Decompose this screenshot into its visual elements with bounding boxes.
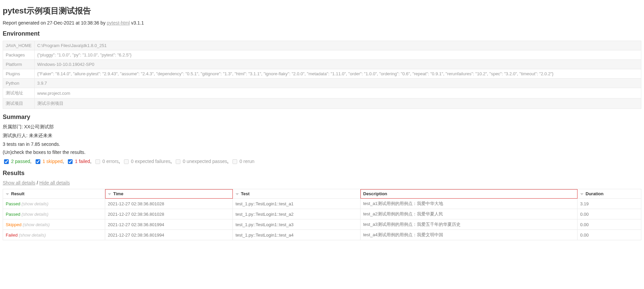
result-label: Passed xyxy=(6,201,22,206)
env-row: Packages{"pluggy": "1.0.0", "py": "1.10.… xyxy=(3,50,641,60)
env-value: 测试示例项目 xyxy=(34,98,641,109)
environment-table: JAVA_HOMEC:\Program Files\Java\jdk1.8.0_… xyxy=(3,41,641,109)
filter-errors: 0 errors, xyxy=(94,158,120,165)
filter-passed-checkbox[interactable] xyxy=(4,159,9,164)
generated-prefix: Report generated on xyxy=(3,20,47,26)
col-description-header[interactable]: Description xyxy=(360,189,577,199)
col-duration-label: Duration xyxy=(586,191,603,196)
filter-failed-label[interactable]: 1 failed xyxy=(75,159,90,164)
col-description-label: Description xyxy=(363,191,387,196)
result-label: Passed xyxy=(6,212,22,217)
filter-hint-line: (Un)check the boxes to filter the result… xyxy=(3,150,641,155)
test-cell: test_1.py::TestLogin1::test_a4 xyxy=(233,230,360,240)
time-cell: 2021-12-27 02:38:36.801994 xyxy=(105,230,233,240)
env-value: {"Faker": "8.14.0", "allure-pytest": "2.… xyxy=(34,69,641,79)
col-test-header[interactable]: Test xyxy=(233,189,360,199)
description-cell: test_a3测试用例的用例点：我爱五千年的华夏历史 xyxy=(360,219,577,230)
show-details-link[interactable]: (show details) xyxy=(19,233,46,238)
description-cell: test_a1测试用例的用例点：我爱中华大地 xyxy=(360,199,577,209)
env-row: JAVA_HOMEC:\Program Files\Java\jdk1.8.0_… xyxy=(3,41,641,50)
filter-failed-checkbox[interactable] xyxy=(68,159,73,164)
col-result-label: Result xyxy=(11,191,25,196)
page-title: pytest示例项目测试报告 xyxy=(3,5,641,16)
sort-icon xyxy=(108,193,111,195)
show-all-details-link[interactable]: Show all details xyxy=(3,180,35,185)
table-row: Failed (show details)2021-12-27 02:38:36… xyxy=(3,230,641,240)
filter-rerun-checkbox xyxy=(232,159,237,164)
pytest-html-link[interactable]: pytest-html xyxy=(107,20,130,26)
test-cell: test_1.py::TestLogin1::test_a1 xyxy=(233,199,360,209)
env-row: Python3.9.7 xyxy=(3,79,641,88)
department-line: 所属部门: XX公司测试部 xyxy=(3,124,641,130)
env-key: Python xyxy=(3,79,35,88)
filter-xfail-label: 0 expected failures xyxy=(131,159,171,164)
env-value: 3.9.7 xyxy=(34,79,641,88)
description-cell: test_a4测试用例的用例点：我爱文明中国 xyxy=(360,230,577,240)
env-key: Plugins xyxy=(3,69,35,79)
sort-icon xyxy=(6,193,9,195)
duration-cell: 3.19 xyxy=(577,199,641,209)
generated-by: by xyxy=(99,20,107,26)
generated-date: 27-Dec-2021 at 10:38:36 xyxy=(47,20,99,26)
filter-xpass: 0 unexpected passes, xyxy=(174,158,228,165)
test-cell: test_1.py::TestLogin1::test_a3 xyxy=(233,219,360,230)
result-cell: Failed (show details) xyxy=(3,230,105,240)
table-row: Skipped (show details)2021-12-27 02:38:3… xyxy=(3,219,641,230)
time-cell: 2021-12-27 02:38:36.801028 xyxy=(105,209,233,219)
table-row: Passed (show details)2021-12-27 02:38:36… xyxy=(3,209,641,219)
results-table: Result Time Test Description Duration Pa… xyxy=(3,189,641,240)
result-cell: Skipped (show details) xyxy=(3,219,105,230)
result-cell: Passed (show details) xyxy=(3,209,105,219)
filter-errors-checkbox xyxy=(95,159,100,164)
show-details-link[interactable]: (show details) xyxy=(22,212,48,217)
result-label: Failed xyxy=(6,233,19,238)
filter-xpass-checkbox xyxy=(176,159,180,164)
filter-xpass-label: 0 unexpected passes xyxy=(183,159,227,164)
show-details-link[interactable]: (show details) xyxy=(22,201,48,206)
filter-skipped-label[interactable]: 1 skipped xyxy=(42,159,62,164)
summary-heading: Summary xyxy=(3,114,641,121)
duration-cell: 0.00 xyxy=(577,219,641,230)
time-cell: 2021-12-27 02:38:36.801994 xyxy=(105,219,233,230)
link-separator: / xyxy=(35,180,39,185)
table-row: Passed (show details)2021-12-27 02:38:36… xyxy=(3,199,641,209)
description-cell: test_a2测试用例的用例点：我爱华夏人民 xyxy=(360,209,577,219)
filter-rerun: 0 rerun xyxy=(231,158,254,165)
report-generated-line: Report generated on 27-Dec-2021 at 10:38… xyxy=(3,20,641,26)
col-time-header[interactable]: Time xyxy=(105,189,233,199)
details-toggle-links: Show all details / Hide all details xyxy=(3,180,641,185)
filter-xfail: 0 expected failures, xyxy=(123,158,172,165)
env-value: {"pluggy": "1.0.0", "py": "1.10.0", "pyt… xyxy=(34,50,641,60)
executor-line: 测试执行人: 未来还未来 xyxy=(3,133,641,139)
col-duration-header[interactable]: Duration xyxy=(577,189,641,199)
env-key: Packages xyxy=(3,50,35,60)
show-details-link[interactable]: (show details) xyxy=(23,222,50,227)
filter-skipped: 1 skipped, xyxy=(34,158,64,165)
col-test-label: Test xyxy=(241,191,250,196)
env-value: Windows-10-10.0.19042-SP0 xyxy=(34,60,641,69)
sort-icon xyxy=(580,193,584,195)
filter-skipped-checkbox[interactable] xyxy=(36,159,40,164)
executor-label: 测试执行人: xyxy=(3,133,29,138)
filter-checkboxes: 2 passed, 1 skipped, 1 failed, 0 errors,… xyxy=(3,158,641,165)
col-result-header[interactable]: Result xyxy=(3,189,105,199)
col-time-label: Time xyxy=(113,191,123,196)
sort-icon xyxy=(235,193,239,195)
tests-ran-line: 3 tests ran in 7.85 seconds. xyxy=(3,141,641,147)
env-row: PlatformWindows-10-10.0.19042-SP0 xyxy=(3,60,641,69)
filter-passed: 2 passed, xyxy=(3,158,32,165)
env-value: www.project.com xyxy=(34,88,641,98)
department-value: XX公司测试部 xyxy=(24,124,54,129)
filter-passed-label[interactable]: 2 passed xyxy=(11,159,30,164)
executor-value: 未来还未来 xyxy=(29,133,52,138)
time-cell: 2021-12-27 02:38:36.801028 xyxy=(105,199,233,209)
filter-failed: 1 failed, xyxy=(67,158,91,165)
env-key: 测试地址 xyxy=(3,88,35,98)
department-label: 所属部门: xyxy=(3,124,24,129)
filter-errors-label: 0 errors xyxy=(102,159,119,164)
env-key: Platform xyxy=(3,60,35,69)
environment-heading: Environment xyxy=(3,30,641,37)
env-key: JAVA_HOME xyxy=(3,41,35,50)
filter-rerun-label: 0 rerun xyxy=(240,159,254,164)
hide-all-details-link[interactable]: Hide all details xyxy=(39,180,70,185)
